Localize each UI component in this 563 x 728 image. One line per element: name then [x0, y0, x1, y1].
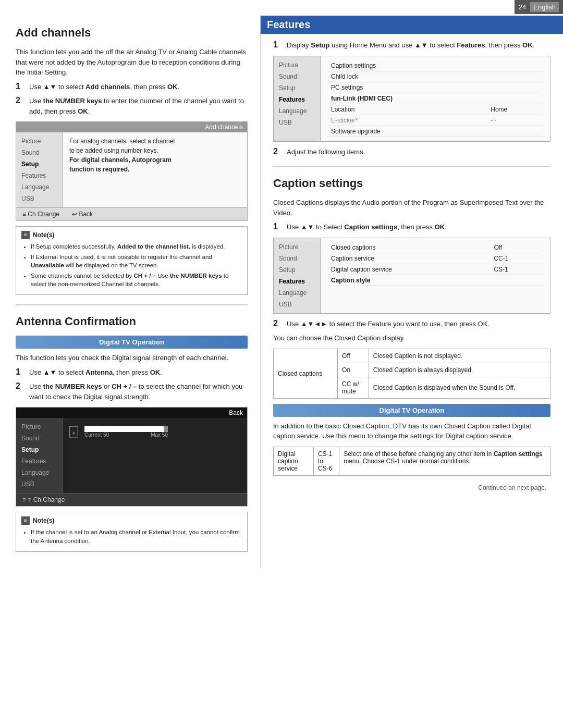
- antenna-note-1: If the channel is set to an Analog chann…: [31, 528, 242, 545]
- features-step-text-1: Display Setup using Home Menu and use ▲▼…: [287, 40, 534, 51]
- cap-menu-language[interactable]: Language: [274, 287, 320, 299]
- cap-row-service: Caption service CC-1: [327, 253, 544, 264]
- antenna-step-num-1: 1: [16, 367, 25, 377]
- signal-bar: [84, 426, 168, 432]
- feat-menu-sound[interactable]: Sound: [274, 71, 320, 82]
- cap-label-service: Caption service: [327, 253, 489, 264]
- cap-menu-features[interactable]: Features: [274, 276, 320, 287]
- antenna-step-text-2: Use the NUMBER keys or CH + / – to selec…: [29, 381, 248, 402]
- menu-item-features[interactable]: Features: [16, 170, 63, 181]
- add-channels-notes: ≡ Note(s) If Setup completes successfull…: [16, 226, 248, 295]
- caption-step1: 1 Use ▲▼ to Select Caption settings, the…: [273, 222, 550, 232]
- caption-step2: 2 Use ▲▼◄► to select the Feature you wan…: [273, 319, 550, 329]
- page-badge: 24 English: [515, 0, 563, 14]
- signal-max-label: Max 50: [151, 432, 168, 438]
- features-menu-table: Caption settings Child lock PC settings: [327, 60, 544, 137]
- notes-title: ≡ Note(s): [21, 231, 242, 239]
- caption-step-text-1: Use ▲▼ to Select Caption settings, then …: [287, 222, 447, 232]
- section-divider-2: [273, 166, 550, 167]
- feat-menu-language[interactable]: Language: [274, 105, 320, 117]
- feat-value-captions: [486, 60, 544, 71]
- dcs-col-label: Digital captionservice: [274, 447, 314, 475]
- feat-row-pc: PC settings: [327, 82, 544, 93]
- step-text-2: Use the NUMBER keys to enter the number …: [29, 96, 248, 116]
- cap-menu-usb[interactable]: USB: [274, 299, 320, 310]
- ant-menu-picture[interactable]: Picture: [16, 421, 63, 433]
- caption-step-text-2: Use ▲▼◄► to select the Feature you want …: [287, 319, 489, 329]
- cap-label-closed: Closed captions: [327, 242, 489, 253]
- feat-menu-setup[interactable]: Setup: [274, 82, 320, 94]
- antenna-step-num-2: 2: [16, 381, 25, 391]
- dcs-row: Digital captionservice CS-1 toCS-6 Selec…: [274, 447, 550, 475]
- menu-item-usb[interactable]: USB: [16, 193, 63, 204]
- cc-table-header: Closed captions: [274, 349, 338, 398]
- cc-desc-on: Closed Caption is always displayed.: [369, 363, 550, 377]
- add-channels-step1: 1 Use ▲▼ to select Add channels, then pr…: [16, 82, 248, 92]
- feat-value-software: [486, 126, 544, 137]
- caption-settings-intro: Closed Captions displays the Audio porti…: [273, 198, 550, 218]
- caption-settings-section: Caption settings Closed Captions display…: [273, 177, 550, 476]
- feat-value-location: Home: [486, 104, 544, 115]
- ant-menu-setup[interactable]: Setup: [16, 444, 63, 455]
- menu-item-sound[interactable]: Sound: [16, 147, 63, 158]
- note-item-1: If Setup completes successfully, Added t…: [31, 242, 242, 251]
- antenna-step1: 1 Use ▲▼ to select Antenna, then press O…: [16, 367, 248, 378]
- antenna-notes-list: If the channel is set to an Analog chann…: [21, 528, 242, 545]
- feat-row-location: Location Home: [327, 104, 544, 115]
- menu-item-picture[interactable]: Picture: [16, 135, 63, 147]
- feat-row-software: Software upgrade: [327, 126, 544, 137]
- cc-desc-mute: Closed Caption is displayed when the Sou…: [369, 377, 550, 398]
- antenna-menu: Back Picture Sound Setup Features Langua…: [16, 407, 248, 507]
- ant-menu-features[interactable]: Features: [16, 455, 63, 467]
- features-step1: 1 Display Setup using Home Menu and use …: [273, 40, 550, 51]
- dcs-col-desc: Select one of these before changing any …: [339, 447, 550, 475]
- ant-menu-language[interactable]: Language: [16, 467, 63, 478]
- antenna-notes: ≡ Note(s) If the channel is set to an An…: [16, 512, 248, 551]
- cap-label-digital: Digital caption service: [327, 264, 489, 275]
- caption-menu-table: Closed captions Off Caption service CC-1…: [327, 242, 544, 286]
- features-step-num-2: 2: [273, 147, 283, 156]
- cap-menu-setup[interactable]: Setup: [274, 264, 320, 276]
- ant-menu-usb[interactable]: USB: [16, 478, 63, 490]
- features-step2: 2 Adjust the following items.: [273, 147, 550, 157]
- cap-row-style: Caption style: [327, 275, 544, 286]
- cap-value-style: [489, 275, 544, 286]
- antenna-menu-right: ⌺ Current 50 Max 50: [63, 418, 247, 493]
- left-column: Add channels This function lets you add …: [0, 16, 261, 567]
- signal-display: ⌺ Current 50 Max 50: [69, 423, 241, 440]
- menu-right-panel: For analog channels, select a channel to…: [63, 132, 247, 207]
- antenna-step2: 2 Use the NUMBER keys or CH + / – to sel…: [16, 381, 248, 402]
- features-menu-right: Caption settings Child lock PC settings: [321, 56, 550, 141]
- feat-label-pc: PC settings: [327, 82, 486, 93]
- menu-title-bar: Add channels: [16, 122, 247, 132]
- feat-label-esticker: E-sticker*: [327, 115, 486, 126]
- add-channels-menu: Add channels Picture Sound Setup Feature…: [16, 121, 248, 221]
- cap-row-digital: Digital caption service CS-1: [327, 264, 544, 275]
- add-channels-intro: This function lets you add the off the a…: [16, 47, 248, 78]
- antenna-title: Antenna Confirmation: [16, 315, 248, 330]
- signal-labels: Current 50 Max 50: [84, 432, 168, 438]
- feat-menu-usb[interactable]: USB: [274, 117, 320, 128]
- menu-bottom-bar: ≡ Ch Change ↩ Back: [16, 207, 247, 220]
- add-channels-step2: 2 Use the NUMBER keys to enter the numbe…: [16, 96, 248, 116]
- feat-label-software: Software upgrade: [327, 126, 486, 137]
- menu-item-setup[interactable]: Setup: [16, 158, 63, 170]
- notes-list: If Setup completes successfully, Added t…: [21, 242, 242, 288]
- caption-digital-banner: Digital TV Operation: [273, 404, 550, 417]
- notes-label: Note(s): [33, 231, 54, 239]
- feat-menu-picture[interactable]: Picture: [274, 59, 320, 71]
- cap-menu-sound[interactable]: Sound: [274, 253, 320, 264]
- features-step-text-2: Adjust the following items.: [287, 147, 365, 157]
- cap-value-closed: Off: [489, 242, 544, 253]
- features-menu: Picture Sound Setup Features Language US…: [273, 56, 550, 142]
- antenna-confirmation-section: Antenna Confirmation Digital TV Operatio…: [16, 315, 248, 551]
- add-channels-title: Add channels: [16, 26, 248, 42]
- cc-note: You can choose the Closed Caption displa…: [273, 333, 550, 343]
- feat-menu-features[interactable]: Features: [274, 94, 320, 105]
- features-title: Features: [261, 16, 563, 34]
- menu-left-panel: Picture Sound Setup Features Language US…: [16, 132, 63, 207]
- feat-label-funlink: fun-Link (HDMI CEC): [327, 93, 486, 104]
- ant-menu-sound[interactable]: Sound: [16, 433, 63, 444]
- cap-menu-picture[interactable]: Picture: [274, 241, 320, 253]
- menu-item-language[interactable]: Language: [16, 181, 63, 193]
